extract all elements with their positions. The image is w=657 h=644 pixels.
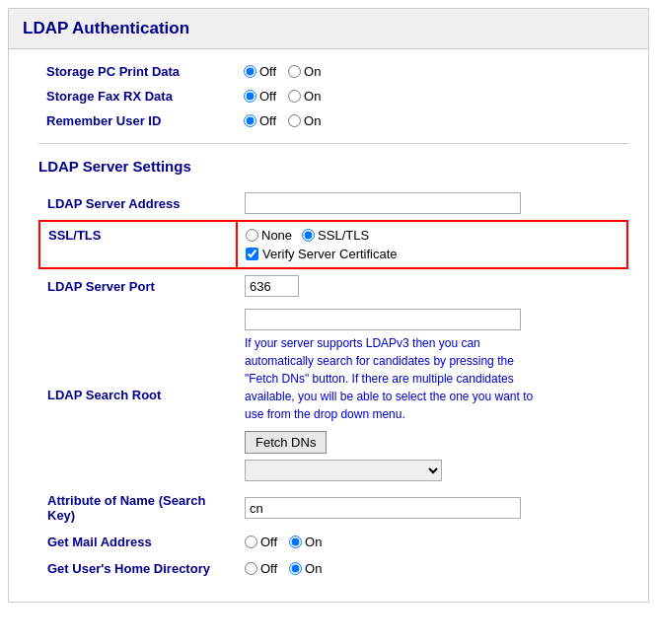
- table-row: Remember User ID Off On: [38, 108, 628, 133]
- remember-userid-on-label[interactable]: On: [288, 113, 321, 128]
- storage-fax-on-radio[interactable]: [288, 90, 301, 103]
- remember-userid-off-text: Off: [259, 113, 276, 128]
- storage-pc-off-text: Off: [259, 64, 276, 79]
- get-home-dir-radios-cell: Off On: [237, 555, 627, 582]
- get-mail-off-text: Off: [260, 535, 277, 549]
- table-row: Storage Fax RX Data Off On: [38, 84, 628, 108]
- search-root-label: LDAP Search Root: [39, 303, 237, 487]
- remember-userid-off-label[interactable]: Off: [244, 113, 276, 128]
- storage-pc-on-text: On: [304, 64, 321, 79]
- ldap-settings-table: LDAP Server Address SSL/TLS None: [38, 186, 628, 582]
- server-port-label: LDAP Server Port: [39, 268, 237, 303]
- get-home-dir-off-text: Off: [260, 561, 277, 576]
- get-home-dir-on-radio[interactable]: [289, 562, 302, 575]
- fetch-dropdown-wrapper: [245, 460, 620, 481]
- server-port-cell: [237, 268, 627, 303]
- ssl-none-radio[interactable]: [246, 229, 258, 242]
- storage-fax-radios: Off On: [236, 84, 628, 108]
- storage-pc-label: Storage PC Print Data: [38, 59, 236, 84]
- get-mail-on-radio[interactable]: [289, 536, 302, 548]
- table-row: Attribute of Name (Search Key): [39, 487, 627, 529]
- search-root-cell: If your server supports LDAPv3 then you …: [237, 303, 627, 487]
- server-port-input[interactable]: [245, 275, 299, 297]
- storage-fax-radio-group: Off On: [244, 89, 620, 104]
- verify-cert-row: Verify Server Certificate: [246, 247, 619, 261]
- get-home-dir-on-label[interactable]: On: [289, 561, 322, 576]
- get-home-dir-radio-group: Off On: [245, 561, 620, 576]
- get-mail-on-label[interactable]: On: [289, 535, 322, 549]
- storage-fax-off-label[interactable]: Off: [244, 89, 276, 104]
- remember-userid-on-text: On: [304, 113, 321, 128]
- storage-fax-off-text: Off: [259, 89, 276, 104]
- remember-userid-radio-group: Off On: [244, 113, 620, 128]
- remember-userid-on-radio[interactable]: [288, 114, 301, 127]
- table-row: Get User's Home Directory Off On: [39, 555, 627, 582]
- remember-userid-radios: Off On: [236, 108, 628, 133]
- main-section: Storage PC Print Data Off On: [9, 49, 648, 602]
- storage-pc-radio-group: Off On: [244, 64, 620, 79]
- ssl-none-text: None: [261, 228, 292, 243]
- storage-pc-off-label[interactable]: Off: [244, 64, 276, 79]
- get-home-dir-off-label[interactable]: Off: [245, 561, 277, 576]
- ssl-ssltls-text: SSL/TLS: [318, 228, 369, 243]
- get-home-dir-off-radio[interactable]: [245, 562, 257, 575]
- search-root-input[interactable]: [245, 309, 521, 330]
- fetch-dns-wrapper: Fetch DNs: [245, 423, 620, 454]
- get-mail-radio-group: Off On: [245, 535, 620, 549]
- get-home-dir-on-text: On: [305, 561, 322, 576]
- storage-pc-on-radio[interactable]: [288, 65, 301, 78]
- storage-pc-radios: Off On: [236, 59, 628, 84]
- table-row: LDAP Server Port: [39, 268, 627, 303]
- storage-pc-off-radio[interactable]: [244, 65, 256, 78]
- ssl-tls-radios: None SSL/TLS: [246, 228, 619, 243]
- storage-fax-label: Storage Fax RX Data: [38, 84, 236, 108]
- get-mail-on-text: On: [305, 535, 322, 549]
- table-row: Storage PC Print Data Off On: [38, 59, 628, 84]
- remember-userid-off-radio[interactable]: [244, 114, 256, 127]
- ssl-none-label[interactable]: None: [246, 228, 292, 243]
- verify-cert-checkbox[interactable]: [246, 248, 258, 260]
- storage-pc-on-label[interactable]: On: [288, 64, 321, 79]
- ssl-tls-row: SSL/TLS None SSL/TLS: [39, 221, 627, 268]
- ssl-tls-cell: None SSL/TLS Verify Server Certificate: [237, 221, 627, 268]
- get-home-dir-label: Get User's Home Directory: [39, 555, 237, 582]
- page-container: LDAP Authentication Storage PC Print Dat…: [8, 8, 649, 603]
- top-settings-table: Storage PC Print Data Off On: [38, 59, 628, 133]
- get-mail-radios-cell: Off On: [237, 529, 627, 555]
- get-mail-off-radio[interactable]: [245, 536, 257, 548]
- storage-fax-on-label[interactable]: On: [288, 89, 321, 104]
- section-divider: [38, 143, 628, 144]
- server-address-label: LDAP Server Address: [39, 186, 237, 221]
- ssl-tls-options: None SSL/TLS Verify Server Certificate: [246, 228, 619, 261]
- get-mail-off-label[interactable]: Off: [245, 535, 277, 549]
- fetch-dns-button[interactable]: Fetch DNs: [245, 431, 327, 454]
- table-row: Get Mail Address Off On: [39, 529, 627, 555]
- storage-fax-off-radio[interactable]: [244, 90, 256, 103]
- ssl-ssltls-label[interactable]: SSL/TLS: [302, 228, 369, 243]
- get-mail-label: Get Mail Address: [39, 529, 237, 555]
- server-address-input[interactable]: [245, 192, 521, 214]
- attr-name-input[interactable]: [245, 497, 521, 519]
- attr-name-label: Attribute of Name (Search Key): [39, 487, 237, 529]
- storage-fax-on-text: On: [304, 89, 321, 104]
- table-row: LDAP Server Address: [39, 186, 627, 221]
- verify-cert-label: Verify Server Certificate: [262, 247, 398, 261]
- ldap-section-subtitle: LDAP Server Settings: [38, 158, 628, 175]
- server-address-cell: [237, 186, 627, 221]
- ssl-ssltls-radio[interactable]: [302, 229, 315, 242]
- fetch-dns-dropdown[interactable]: [245, 460, 442, 481]
- remember-userid-label: Remember User ID: [38, 108, 236, 133]
- page-title: LDAP Authentication: [9, 9, 648, 49]
- attr-name-cell: [237, 487, 627, 529]
- ssl-tls-label: SSL/TLS: [39, 221, 237, 268]
- search-root-info: If your server supports LDAPv3 then you …: [245, 334, 541, 423]
- table-row: LDAP Search Root If your server supports…: [39, 303, 627, 487]
